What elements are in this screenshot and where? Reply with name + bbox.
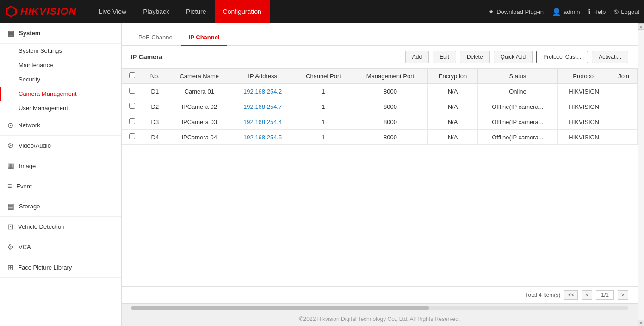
row-no: D3 [142,114,167,130]
ip-address-link[interactable]: 192.168.254.5 [243,134,282,141]
protocol-cust-button[interactable]: Protocol Cust... [536,51,588,63]
total-items: Total 4 Item(s) [525,292,560,298]
row-ip-address: 192.168.254.7 [231,99,294,114]
sidebar-item-storage[interactable]: ▤ Storage [0,196,121,217]
row-camera-name: IPCamera 04 [167,130,231,145]
footer-text: ©2022 Hikvision Digital Technology Co., … [299,316,460,322]
row-join [610,84,638,99]
sidebar-label-camera-management: Camera Management [19,90,77,97]
row-status: Offline(IP camera... [477,99,557,114]
sidebar-item-face-picture-library[interactable]: ⊞ Face Picture Library [0,257,121,278]
row-select-checkbox[interactable] [129,103,135,109]
row-protocol: HIKVISION [557,99,610,114]
sidebar-label-user-management: User Management [19,105,68,112]
sidebar-label-system-settings: System Settings [19,47,62,54]
scroll-down-button[interactable]: ▼ [638,320,644,326]
nav-configuration[interactable]: Configuration [215,0,270,23]
sidebar-item-system[interactable]: ▣ System [0,23,121,44]
sidebar-item-network[interactable]: ⊙ Network [0,115,121,136]
row-encryption: N/A [428,84,478,99]
nav-links: Live View Playback Picture Configuration [90,0,488,23]
tab-poe-channel[interactable]: PoE Channel [131,29,181,46]
sidebar-label-image: Image [19,163,36,169]
sidebar-item-user-management[interactable]: User Management [0,101,121,115]
nav-download-plugin[interactable]: ✦ Download Plug-in [488,7,544,16]
row-management-port: 8000 [353,114,427,130]
sidebar-label-security: Security [19,76,40,83]
row-status: Offline(IP camera... [477,114,557,130]
row-join [610,114,638,130]
table-title: IP Camera [131,53,402,61]
sidebar-item-maintenance[interactable]: Maintenance [0,58,121,72]
table-footer: Total 4 Item(s) << < 1/1 > [122,286,638,303]
sidebar-item-vehicle-detection[interactable]: ⊡ Vehicle Detection [0,217,121,237]
sidebar-label-network: Network [18,122,40,129]
nav-help[interactable]: ℹ Help [588,7,606,16]
user-icon: 👤 [552,7,561,16]
scroll-up-button[interactable]: ▲ [638,23,644,30]
row-select-checkbox[interactable] [129,88,135,94]
nav-playback[interactable]: Playback [135,0,178,23]
hscroll-thumb [131,306,429,310]
row-select-checkbox[interactable] [129,118,135,124]
row-camera-name: IPCamera 03 [167,114,231,130]
ip-address-link[interactable]: 192.168.254.4 [243,119,282,125]
sidebar-item-video-audio[interactable]: ⚙ Video/Audio [0,136,121,156]
download-plugin-label: Download Plug-in [496,8,544,15]
ip-address-link[interactable]: 192.168.254.2 [243,88,282,95]
row-join [610,130,638,145]
hscroll-track[interactable] [131,306,628,310]
select-all-checkbox[interactable] [129,72,135,78]
edit-button[interactable]: Edit [433,51,456,63]
nav-logout[interactable]: ⎋ Logout [614,7,639,16]
table-scroll-area[interactable]: No. Camera Name IP Address Channel Port … [122,68,638,286]
logout-icon: ⎋ [614,7,619,16]
tab-ip-channel[interactable]: IP Channel [181,29,227,46]
row-ip-address: 192.168.254.2 [231,84,294,99]
ip-address-link[interactable]: 192.168.254.7 [243,103,282,110]
sidebar-label-vehicle-detection: Vehicle Detection [18,223,64,230]
row-protocol: HIKVISION [557,130,610,145]
row-camera-name: IPCamera 02 [167,99,231,114]
row-join [610,99,638,114]
storage-icon: ▤ [7,202,14,211]
nav-admin[interactable]: 👤 admin [552,7,580,16]
activate-button[interactable]: Activati... [592,51,628,63]
row-channel-port: 1 [294,84,353,99]
table-row: D3 IPCamera 03 192.168.254.4 1 8000 N/A … [122,114,638,130]
col-encryption: Encryption [428,69,478,84]
add-button[interactable]: Add [405,51,429,63]
nav-right: ✦ Download Plug-in 👤 admin ℹ Help ⎋ Logo… [488,7,639,16]
row-checkbox [122,99,142,114]
col-channel-port: Channel Port [294,69,353,84]
page-info: 1/1 [596,290,614,300]
top-nav: HIKVISION Live View Playback Picture Con… [0,0,644,23]
row-status: Offline(IP camera... [477,130,557,145]
sidebar-item-camera-management[interactable]: Camera Management [0,87,121,101]
col-status: Status [477,69,557,84]
nav-live-view[interactable]: Live View [90,0,135,23]
row-select-checkbox[interactable] [129,133,135,139]
sidebar-item-image[interactable]: ▦ Image [0,156,121,176]
prev-page-button[interactable]: < [582,290,592,300]
sidebar-label-vca: VCA [19,244,31,251]
delete-button[interactable]: Delete [460,51,490,63]
first-page-button[interactable]: << [564,290,578,300]
sidebar-label-video-audio: Video/Audio [19,142,51,149]
row-encryption: N/A [428,99,478,114]
info-icon: ℹ [588,7,591,16]
sidebar-label-maintenance: Maintenance [19,62,53,69]
row-channel-port: 1 [294,114,353,130]
puzzle-icon: ✦ [488,7,494,16]
row-channel-port: 1 [294,99,353,114]
quick-add-button[interactable]: Quick Add [494,51,533,63]
next-page-button[interactable]: > [618,290,628,300]
nav-picture[interactable]: Picture [178,0,215,23]
sidebar-item-security[interactable]: Security [0,72,121,87]
sidebar-item-vca[interactable]: ⚙ VCA [0,237,121,257]
sidebar-item-event[interactable]: ≡ Event [0,176,121,196]
col-no: No. [142,69,167,84]
row-no: D4 [142,130,167,145]
sidebar-item-system-settings[interactable]: System Settings [0,44,121,58]
table-row: D1 Camera 01 192.168.254.2 1 8000 N/A On… [122,84,638,99]
